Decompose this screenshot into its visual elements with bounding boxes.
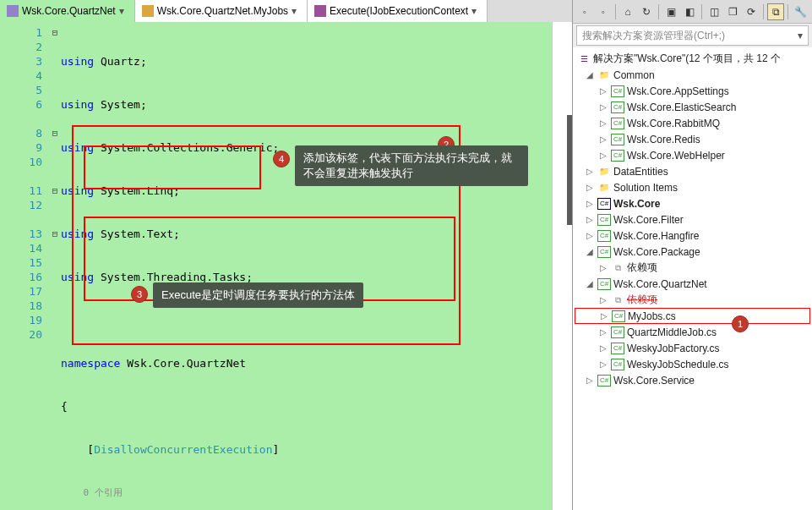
filter-icon[interactable]: ▣ [662,3,679,20]
tree-proj-quartznet[interactable]: ◢Wsk.Core.QuartzNet [575,276,810,292]
panel-toolbar: ◦ ◦ ⌂ ↻ ▣ ◧ ◫ ❐ ⟳ ⧉ 🔧 [573,0,812,24]
wrench-icon[interactable]: 🔧 [792,3,809,20]
sync-icon[interactable]: ↻ [638,3,655,20]
project-icon [7,5,19,17]
tree-proj-package[interactable]: ◢Wsk.Core.Package [575,244,810,260]
tooltip-execute: Execute是定时调度任务要执行的方法体 [153,282,363,308]
method-icon [314,5,326,17]
tree-item[interactable]: ▷Wsk.Core.ElasticSearch [575,99,810,115]
tree-icon[interactable]: ◧ [681,3,698,20]
search-dropdown-icon[interactable]: ▾ [798,30,803,41]
tree-proj-filter[interactable]: ▷Wsk.Core.Filter [575,211,810,228]
tree-proj-service[interactable]: ▷Wsk.Core.Service [575,372,810,388]
solution-tree[interactable]: 解决方案"Wsk.Core"(12 个项目，共 12 个 ◢Common ▷Ws… [573,47,812,510]
show-all-icon[interactable]: ◫ [706,3,722,20]
chevron-down-icon[interactable]: ▾ [116,5,128,17]
tree-solution[interactable]: 解决方案"Wsk.Core"(12 个项目，共 12 个 [575,51,810,67]
tree-proj-wskcore[interactable]: ▷Wsk.Core [575,195,810,211]
tree-file-weskyfactory[interactable]: ▷WeskyJobFactory.cs [575,340,810,356]
chevron-down-icon[interactable]: ▾ [288,5,300,17]
tree-folder-solutionitems[interactable]: ▷Solution Items [575,179,810,195]
breadcrumb-method[interactable]: Execute(IJobExecutionContext▾ [308,0,488,22]
badge-1: 1 [732,315,749,332]
tree-item[interactable]: ▷Wsk.Core.Redis [575,131,810,147]
line-number-gutter: 123 456 89 1011 1213 141516 171819 20 [0,22,49,510]
scrollbar-overview[interactable] [552,22,572,510]
tree-file-quartzmiddle[interactable]: ▷QuartzMiddleJob.cs [575,324,810,340]
code-editor: Wsk.Core.QuartzNet▾ Wsk.Core.QuartzNet.M… [0,0,572,510]
search-input[interactable]: 搜索解决方案资源管理器(Ctrl+;)▾ [576,25,809,46]
tree-folder-dataentities[interactable]: ▷DataEntities [575,163,810,179]
tree-item[interactable]: ▷Wsk.Core.AppSettings [575,83,810,99]
code-content[interactable]: using Quartz; using System; using System… [61,22,572,510]
class-view-icon[interactable]: ⧉ [767,3,784,20]
tree-dep[interactable]: ▷依赖项 [575,292,810,308]
tree-folder-common[interactable]: ◢Common [575,67,810,83]
breadcrumb-project[interactable]: Wsk.Core.QuartzNet▾ [0,0,135,22]
tree-proj-hangfire[interactable]: ▷Wsk.Core.Hangfire [575,228,810,244]
tooltip-attribute: 添加该标签，代表下面方法执行未完成，就不会重复进来触发执行 [295,145,528,186]
tree-item[interactable]: ▷Wsk.Core.WebHelper [575,147,810,163]
class-icon [142,5,154,17]
refresh-icon[interactable]: ⟳ [743,3,760,20]
back-icon[interactable]: ◦ [576,3,593,20]
breadcrumb-bar: Wsk.Core.QuartzNet▾ Wsk.Core.QuartzNet.M… [0,0,572,22]
chevron-down-icon[interactable]: ▾ [468,5,480,17]
tree-item[interactable]: ▷Wsk.Core.RabbitMQ [575,115,810,131]
solution-explorer: ◦ ◦ ⌂ ↻ ▣ ◧ ◫ ❐ ⟳ ⧉ 🔧 搜索解决方案资源管理器(Ctrl+;… [572,0,812,510]
tree-file-weskyschedule[interactable]: ▷WeskyJobSchedule.cs [575,356,810,372]
fold-gutter[interactable] [49,22,61,510]
tree-file-myjobs[interactable]: ▷MyJobs.cs [575,308,810,324]
forward-icon[interactable]: ◦ [595,3,612,20]
breadcrumb-class[interactable]: Wsk.Core.QuartzNet.MyJobs▾ [135,0,308,22]
home-icon[interactable]: ⌂ [619,3,636,20]
badge-4: 4 [273,151,290,167]
tree-dep[interactable]: ▷依赖项 [575,260,810,276]
badge-3: 3 [131,286,148,303]
copy-icon[interactable]: ❐ [724,3,741,20]
